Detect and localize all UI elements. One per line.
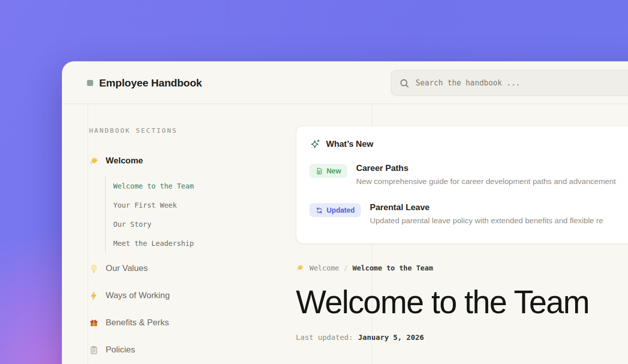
last-updated-value: January 5, 2026 — [358, 333, 424, 341]
sidebar-subitem-your-first-week[interactable]: Your First Week — [113, 196, 289, 215]
whats-new-item-parental-leave[interactable]: Updated Parental Leave Updated parental … — [309, 203, 628, 225]
sidebar-item-label: Our Values — [106, 263, 148, 274]
sidebar-item-label: Welcome — [106, 156, 143, 166]
logo-square-icon — [87, 80, 93, 86]
sidebar-item-label: Benefits & Perks — [106, 318, 169, 328]
whats-new-item-description: New comprehensive guide for career devel… — [356, 177, 616, 186]
whats-new-item-body: Parental Leave Updated parental leave po… — [370, 203, 603, 225]
sidebar-subitem-welcome-to-the-team[interactable]: Welcome to the Team — [113, 176, 289, 196]
sidebar-sub-list: Welcome to the Team Your First Week Our … — [105, 176, 289, 253]
whats-new-card: What’s New New Career Paths New comprehe… — [296, 126, 628, 244]
bulb-icon — [89, 264, 99, 274]
gift-icon — [89, 318, 99, 328]
whats-new-item-career-paths[interactable]: New Career Paths New comprehensive guide… — [309, 163, 628, 186]
wave-icon — [89, 156, 99, 166]
main-content: What’s New New Career Paths New comprehe… — [296, 104, 628, 341]
sidebar-item-label: Ways of Working — [106, 291, 170, 301]
search-box[interactable] — [391, 70, 628, 96]
whats-new-item-title[interactable]: Career Paths — [356, 163, 616, 173]
sidebar-item-policies[interactable]: Policies — [89, 345, 289, 355]
clipboard-icon — [89, 345, 99, 355]
wave-icon — [296, 264, 304, 272]
document-icon — [316, 167, 323, 175]
last-updated-label: Last updated: — [296, 333, 353, 341]
sidebar: HANDBOOK SECTIONS Welcome Welcome to the… — [88, 104, 289, 355]
search-icon — [400, 78, 409, 88]
new-badge: New — [309, 164, 347, 178]
sparkles-icon — [309, 139, 321, 150]
whats-new-header: What’s New — [309, 139, 628, 150]
page-title: Welcome to the Team — [296, 286, 628, 319]
sidebar-subitem-meet-the-leadership[interactable]: Meet the Leadership — [113, 234, 289, 253]
last-updated: Last updated: January 5, 2026 — [296, 333, 628, 341]
sidebar-item-ways-of-working[interactable]: Ways of Working — [89, 291, 289, 301]
sidebar-item-benefits-perks[interactable]: Benefits & Perks — [89, 318, 289, 328]
app-title: Employee Handbook — [99, 77, 202, 89]
breadcrumb-current-page: Welcome to the Team — [352, 264, 433, 272]
whats-new-item-body: Career Paths New comprehensive guide for… — [356, 163, 616, 186]
breadcrumb: Welcome / Welcome to the Team — [296, 264, 628, 272]
breadcrumb-section[interactable]: Welcome — [309, 264, 339, 272]
sidebar-item-welcome[interactable]: Welcome — [89, 156, 289, 166]
breadcrumb-separator: / — [344, 264, 348, 272]
app-header: Employee Handbook — [62, 61, 628, 104]
badge-label: Updated — [327, 206, 355, 214]
brand[interactable]: Employee Handbook — [87, 61, 202, 104]
search-input[interactable] — [416, 78, 628, 87]
refresh-icon — [316, 207, 323, 214]
whats-new-title: What’s New — [326, 139, 373, 149]
sidebar-subitem-our-story[interactable]: Our Story — [113, 215, 289, 234]
whats-new-item-description: Updated parental leave policy with exten… — [370, 216, 603, 225]
sidebar-item-label: Policies — [106, 345, 135, 355]
whats-new-item-title[interactable]: Parental Leave — [370, 203, 603, 213]
sidebar-section-label: HANDBOOK SECTIONS — [89, 127, 289, 134]
app-window: Employee Handbook HANDBOOK SECTIONS Welc… — [62, 61, 628, 364]
sidebar-item-our-values[interactable]: Our Values — [89, 263, 289, 274]
badge-label: New — [327, 167, 341, 175]
updated-badge: Updated — [309, 203, 361, 217]
zap-icon — [89, 291, 99, 301]
